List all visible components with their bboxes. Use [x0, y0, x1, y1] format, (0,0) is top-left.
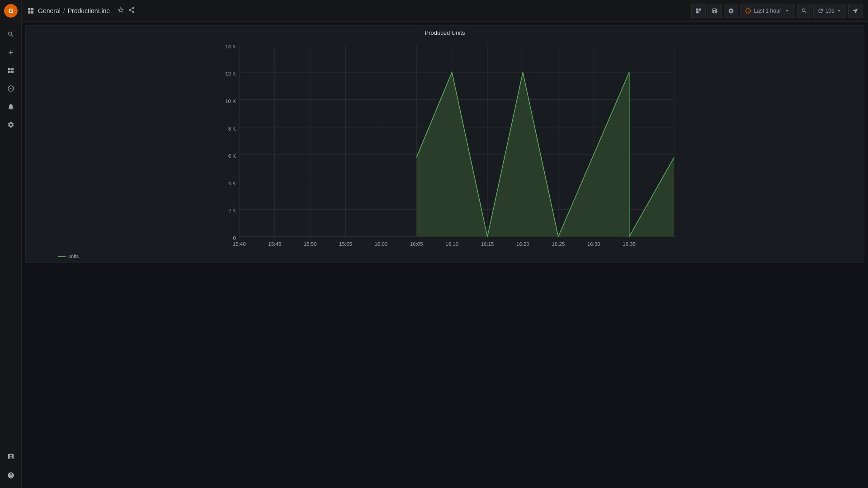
settings-sidebar-icon[interactable] — [3, 117, 19, 133]
svg-text:16:25: 16:25 — [552, 241, 565, 247]
svg-text:16:00: 16:00 — [374, 241, 387, 247]
svg-text:15:40: 15:40 — [233, 241, 246, 247]
chart-legend: units — [26, 251, 864, 263]
zoom-out-button[interactable] — [797, 4, 811, 18]
svg-text:15:50: 15:50 — [304, 241, 317, 247]
explore-sidebar-icon[interactable] — [3, 80, 19, 97]
alerting-sidebar-icon[interactable] — [3, 99, 19, 115]
svg-text:12 K: 12 K — [225, 71, 236, 76]
dashboards-sidebar-icon[interactable] — [3, 62, 19, 79]
header: General / ProductionLine Last 1 hour — [22, 0, 868, 22]
share-button[interactable] — [128, 6, 135, 15]
svg-text:2 K: 2 K — [228, 208, 236, 213]
svg-text:16:10: 16:10 — [445, 241, 458, 247]
svg-text:16:05: 16:05 — [410, 241, 423, 247]
svg-text:16:35: 16:35 — [623, 241, 636, 247]
dashboard-settings-button[interactable] — [724, 4, 738, 18]
star-button[interactable] — [117, 6, 124, 15]
breadcrumb-home[interactable]: General — [38, 7, 61, 14]
svg-text:15:45: 15:45 — [268, 241, 281, 247]
app-logo[interactable]: G — [4, 4, 18, 18]
content-area: Produced Units 0 2 K 4 K 6 K 8 K 10 K 12… — [22, 22, 868, 488]
svg-text:16:30: 16:30 — [587, 241, 600, 247]
chart-svg: 0 2 K 4 K 6 K 8 K 10 K 12 K 14 K — [26, 42, 864, 249]
refresh-interval-label: 10s — [826, 8, 834, 14]
chart-title: Produced Units — [26, 26, 864, 38]
svg-text:4 K: 4 K — [228, 181, 236, 186]
search-sidebar-icon[interactable] — [3, 26, 19, 42]
add-sidebar-icon[interactable] — [3, 44, 19, 61]
produced-units-panel: Produced Units 0 2 K 4 K 6 K 8 K 10 K 12… — [25, 25, 864, 263]
legend-color-units — [58, 256, 66, 257]
breadcrumb: General / ProductionLine — [27, 7, 110, 14]
panel-sync-button[interactable] — [848, 4, 863, 18]
svg-text:16:20: 16:20 — [516, 241, 529, 247]
refresh-picker[interactable]: 10s — [813, 4, 846, 18]
sidebar: G — [0, 0, 22, 488]
chart-area: 0 2 K 4 K 6 K 8 K 10 K 12 K 14 K — [26, 38, 864, 263]
svg-text:6 K: 6 K — [228, 153, 236, 159]
user-icon[interactable] — [3, 448, 19, 465]
header-actions: Last 1 hour 10s — [691, 4, 863, 18]
time-range-label: Last 1 hour — [754, 8, 781, 14]
svg-text:16:15: 16:15 — [481, 241, 494, 247]
add-panel-button[interactable] — [691, 4, 706, 18]
svg-text:10 K: 10 K — [225, 99, 236, 104]
main-area: General / ProductionLine Last 1 hour — [22, 0, 868, 488]
svg-text:15:55: 15:55 — [339, 241, 352, 247]
breadcrumb-separator: / — [63, 7, 65, 14]
help-icon[interactable] — [3, 467, 19, 483]
svg-text:G: G — [8, 7, 13, 14]
save-dashboard-button[interactable] — [708, 4, 722, 18]
time-range-picker[interactable]: Last 1 hour — [740, 4, 795, 18]
svg-text:8 K: 8 K — [228, 126, 236, 131]
svg-text:0: 0 — [233, 235, 236, 241]
svg-text:14 K: 14 K — [225, 44, 236, 49]
breadcrumb-current: ProductionLine — [68, 7, 110, 14]
sidebar-bottom — [3, 447, 19, 484]
legend-label-units: units — [68, 253, 79, 259]
